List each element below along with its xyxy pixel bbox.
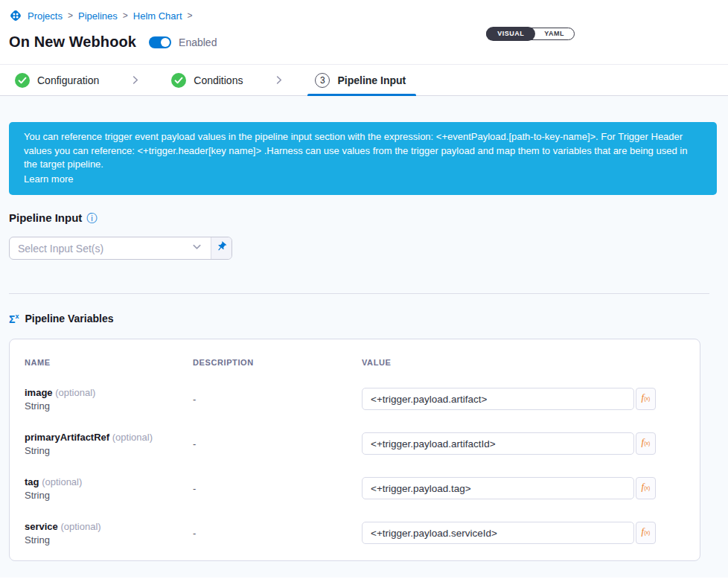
optional-label: (optional) [42, 476, 82, 487]
visual-yaml-toggle: VISUAL YAML [486, 28, 575, 40]
variable-name-cell: service (optional) String [25, 521, 193, 546]
input-set-select[interactable]: Select Input Set(s) [10, 237, 211, 259]
check-circle-icon [171, 73, 186, 88]
variable-value-input[interactable] [362, 388, 634, 410]
variable-type: String [25, 400, 193, 412]
breadcrumb-separator: > [123, 10, 128, 21]
variable-value-input[interactable] [362, 432, 634, 455]
step-number-badge: 3 [315, 73, 330, 88]
info-banner-text: You can reference trigger event payload … [24, 131, 687, 170]
pin-icon [216, 241, 227, 255]
expression-fx-button[interactable]: f(x) [636, 477, 656, 499]
info-banner: You can reference trigger event payload … [9, 122, 717, 195]
tab-pipeline-input[interactable]: 3 Pipeline Input [315, 65, 406, 95]
variable-value-input[interactable] [362, 477, 634, 499]
breadcrumb: Projects > Pipelines > Helm Chart > [9, 9, 716, 22]
variable-description: - [193, 483, 362, 494]
table-row: tag (optional) String - f(x) [25, 476, 685, 501]
variable-value-input[interactable] [362, 522, 634, 544]
pipeline-input-heading: Pipeline Input ⓘ [9, 211, 717, 224]
breadcrumb-link-pipelines[interactable]: Pipelines [78, 10, 118, 22]
visual-toggle-button[interactable]: VISUAL [486, 27, 535, 41]
breadcrumb-link-projects[interactable]: Projects [28, 10, 63, 22]
page-header: Projects > Pipelines > Helm Chart > On N… [0, 0, 728, 64]
variable-name-cell: primaryArtifactRef (optional) String [25, 432, 193, 456]
pin-input-set-button[interactable] [211, 237, 232, 259]
variable-type: String [25, 445, 193, 456]
variables-table-header: NAME DESCRIPTION VALUE [25, 358, 685, 367]
optional-label: (optional) [55, 387, 95, 398]
pipeline-variables-heading-label: Pipeline Variables [25, 313, 113, 324]
tab-label: Configuration [37, 74, 99, 86]
variable-type: String [25, 490, 193, 501]
variable-type: String [25, 534, 193, 546]
trigger-enabled-label: Enabled [179, 36, 217, 48]
variable-description: - [193, 438, 362, 450]
tab-conditions[interactable]: Conditions [171, 65, 243, 95]
check-circle-icon [15, 73, 30, 88]
breadcrumb-separator: > [68, 10, 73, 21]
optional-label: (optional) [112, 432, 153, 443]
variable-name: primaryArtifactRef [25, 432, 109, 443]
yaml-toggle-button[interactable]: YAML [534, 28, 574, 40]
input-set-control: Select Input Set(s) [9, 237, 232, 260]
pipeline-input-heading-label: Pipeline Input [9, 211, 82, 224]
expression-fx-button[interactable]: f(x) [636, 432, 656, 455]
pipeline-variables-icon: Σx [9, 313, 19, 325]
optional-label: (optional) [60, 521, 100, 532]
variable-name-cell: image (optional) String [25, 387, 193, 412]
webhook-trigger-page: Projects > Pipelines > Helm Chart > On N… [0, 0, 728, 578]
toggle-knob [161, 38, 170, 47]
info-icon[interactable]: ⓘ [86, 213, 97, 223]
variable-value-cell: f(x) [362, 388, 685, 410]
breadcrumb-separator: > [188, 10, 193, 21]
title-row: On New Webhook Enabled [9, 33, 716, 51]
variable-name: image [25, 387, 53, 398]
chevron-down-icon [191, 241, 202, 255]
variable-name-cell: tag (optional) String [25, 476, 193, 501]
column-header-description: DESCRIPTION [193, 358, 362, 367]
pipeline-variables-card: NAME DESCRIPTION VALUE image (optional) … [9, 339, 700, 561]
variable-description: - [193, 394, 362, 405]
column-header-name: NAME [25, 358, 193, 367]
table-row: service (optional) String - f(x) [25, 521, 685, 546]
table-row: image (optional) String - f(x) [25, 387, 685, 412]
chevron-right-icon [130, 74, 141, 86]
harness-project-icon [9, 9, 22, 22]
wizard-tabbar: Configuration Conditions 3 Pipeline Inpu… [0, 64, 728, 96]
variable-value-cell: f(x) [362, 522, 685, 544]
variable-name: service [25, 521, 58, 532]
tab-label: Conditions [194, 74, 243, 86]
pipeline-input-panel: You can reference trigger event payload … [0, 96, 728, 578]
page-title: On New Webhook [9, 33, 136, 51]
chevron-right-icon [273, 74, 284, 86]
input-set-placeholder: Select Input Set(s) [18, 243, 103, 255]
variable-value-cell: f(x) [362, 477, 685, 499]
tab-label: Pipeline Input [337, 74, 406, 86]
trigger-enabled-toggle[interactable] [149, 36, 171, 48]
learn-more-link[interactable]: Learn more [24, 173, 73, 187]
expression-fx-button[interactable]: f(x) [636, 522, 656, 544]
section-divider [9, 293, 709, 294]
variable-value-cell: f(x) [362, 432, 685, 455]
expression-fx-button[interactable]: f(x) [636, 388, 656, 410]
variable-name: tag [25, 476, 39, 487]
breadcrumb-link-helm-chart[interactable]: Helm Chart [133, 10, 182, 22]
tab-configuration[interactable]: Configuration [15, 65, 99, 95]
pipeline-variables-heading: Σx Pipeline Variables [9, 313, 717, 325]
table-row: primaryArtifactRef (optional) String - f… [25, 432, 685, 456]
column-header-value: VALUE [362, 358, 685, 367]
variable-description: - [193, 528, 362, 539]
